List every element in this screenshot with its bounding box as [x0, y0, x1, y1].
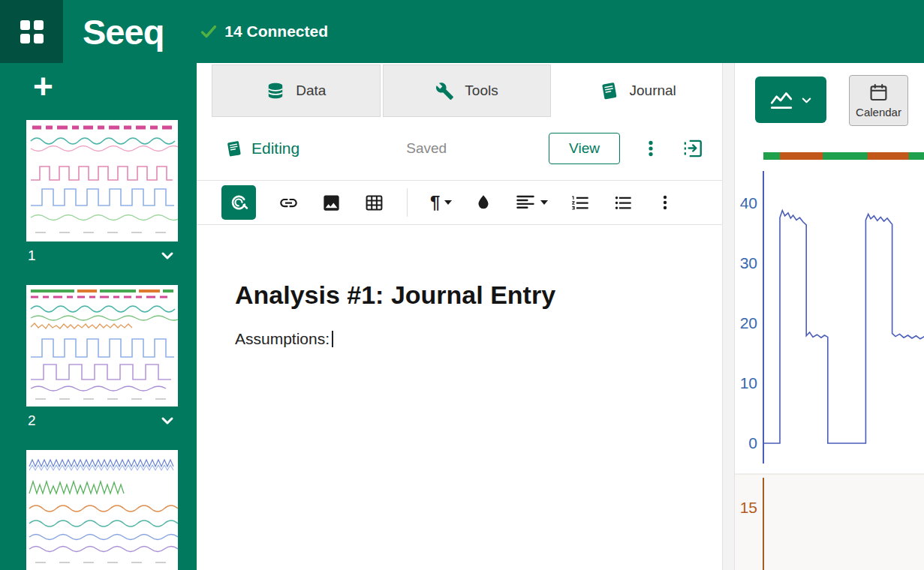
- trend-chart-icon: [769, 87, 794, 112]
- journal-mode-label: Editing: [251, 140, 299, 158]
- tab-tools[interactable]: Tools: [383, 64, 552, 117]
- calendar-button-label: Calendar: [856, 106, 901, 118]
- vertical-scrollbar[interactable]: [722, 63, 735, 570]
- worksheet-label-row: 2: [26, 406, 178, 435]
- tab-data[interactable]: Data: [212, 64, 381, 117]
- trend-toolbar: Calendar: [735, 63, 924, 135]
- svg-text:20: 20: [740, 314, 757, 332]
- calendar-icon: [868, 82, 889, 103]
- table-icon: [364, 193, 384, 213]
- grid-icon: [20, 20, 44, 44]
- worksheet-item-1: 1: [26, 120, 178, 270]
- journal-title: Analysis #1: Journal Entry: [235, 280, 692, 310]
- worksheet-thumbnail[interactable]: [26, 285, 178, 406]
- popout-journal-button[interactable]: [682, 137, 704, 160]
- svg-text:0: 0: [748, 434, 757, 452]
- kebab-menu-icon: [656, 194, 674, 212]
- insert-seeq-content-button[interactable]: [221, 185, 256, 220]
- insert-link-button[interactable]: [278, 193, 299, 213]
- seeq-logo: Seeq: [83, 11, 164, 52]
- align-dropdown[interactable]: [515, 192, 548, 213]
- svg-text:30: 30: [740, 254, 757, 272]
- top-bar: Seeq 14 Connected: [0, 0, 924, 63]
- bulleted-list-button[interactable]: [613, 193, 634, 213]
- journal-book-icon: [600, 81, 619, 100]
- bulleted-list-icon: [613, 193, 634, 213]
- worksheet-item-2: 2: [26, 285, 178, 435]
- calendar-button[interactable]: Calendar: [849, 75, 908, 126]
- trend-view-dropdown[interactable]: [755, 76, 826, 123]
- journal-header-bar: Editing Saved View: [197, 117, 722, 180]
- numbered-list-button[interactable]: [570, 193, 591, 213]
- worksheet-thumbnail[interactable]: [26, 450, 178, 570]
- editor-toolbar: ¶: [197, 180, 722, 225]
- chevron-down-icon: [540, 200, 548, 205]
- svg-text:15: 15: [740, 499, 757, 516]
- journal-actions: View: [549, 133, 704, 164]
- save-status: Saved: [406, 140, 447, 157]
- numbered-list-icon: [570, 193, 591, 213]
- tab-label: Tools: [465, 82, 498, 99]
- database-icon: [266, 81, 285, 100]
- kebab-menu-icon: [641, 139, 661, 158]
- paragraph-icon: ¶: [430, 194, 440, 212]
- wrench-icon: [435, 82, 454, 100]
- journal-body-text: Assumptions:: [235, 330, 692, 348]
- svg-text:10: 10: [740, 374, 757, 392]
- toolbar-overflow-menu[interactable]: [656, 194, 674, 212]
- tab-bar: Data Tools Journal: [212, 64, 722, 117]
- chevron-down-icon: [799, 93, 814, 107]
- seeq-swirl-icon: [227, 191, 250, 214]
- insert-table-button[interactable]: [364, 193, 384, 213]
- worksheet-label-row: 1: [26, 242, 178, 270]
- connection-status[interactable]: 14 Connected: [200, 22, 328, 40]
- worksheet-item-3: [26, 450, 178, 570]
- insert-image-button[interactable]: [321, 193, 342, 213]
- home-menu-button[interactable]: [0, 0, 63, 63]
- paragraph-style-dropdown[interactable]: ¶: [430, 194, 452, 212]
- tab-journal[interactable]: Journal: [553, 64, 722, 117]
- droplet-icon: [474, 194, 492, 212]
- trend-panel: Calendar 40302010015: [735, 63, 924, 570]
- toolbar-separator: [407, 188, 408, 217]
- journal-book-icon: [225, 140, 243, 158]
- tab-label: Journal: [630, 82, 676, 99]
- text-color-button[interactable]: [474, 194, 492, 212]
- worksheet-sidebar: + 1: [0, 63, 197, 570]
- tab-label: Data: [296, 82, 326, 99]
- worksheet-thumbnail-chart: [26, 120, 178, 242]
- connection-status-label: 14 Connected: [224, 22, 328, 40]
- chevron-down-icon[interactable]: [158, 412, 176, 430]
- check-icon: [200, 22, 218, 40]
- image-icon: [321, 193, 342, 213]
- worksheet-thumbnail-chart: [26, 285, 178, 406]
- chevron-down-icon[interactable]: [158, 247, 176, 265]
- journal-overflow-menu[interactable]: [641, 139, 661, 158]
- align-left-icon: [515, 192, 536, 213]
- new-worksheet-button[interactable]: +: [33, 69, 53, 104]
- text-cursor: [332, 331, 333, 347]
- journal-mode: Editing: [225, 140, 299, 158]
- worksheet-thumbnail[interactable]: [26, 120, 178, 242]
- link-icon: [278, 193, 299, 213]
- worksheet-number: 1: [28, 248, 36, 264]
- worksheet-number: 2: [28, 412, 36, 429]
- seeq-app: Seeq 14 Connected +: [0, 0, 924, 570]
- popout-icon: [682, 137, 704, 160]
- view-button[interactable]: View: [549, 133, 620, 164]
- chevron-down-icon: [444, 200, 452, 205]
- svg-text:40: 40: [740, 194, 757, 212]
- trend-chart[interactable]: 40302010015: [735, 135, 924, 570]
- main-panel: Data Tools Journal: [197, 63, 722, 570]
- journal-editor[interactable]: Analysis #1: Journal Entry Assumptions:: [197, 280, 722, 348]
- worksheet-thumbnail-chart: [26, 450, 178, 570]
